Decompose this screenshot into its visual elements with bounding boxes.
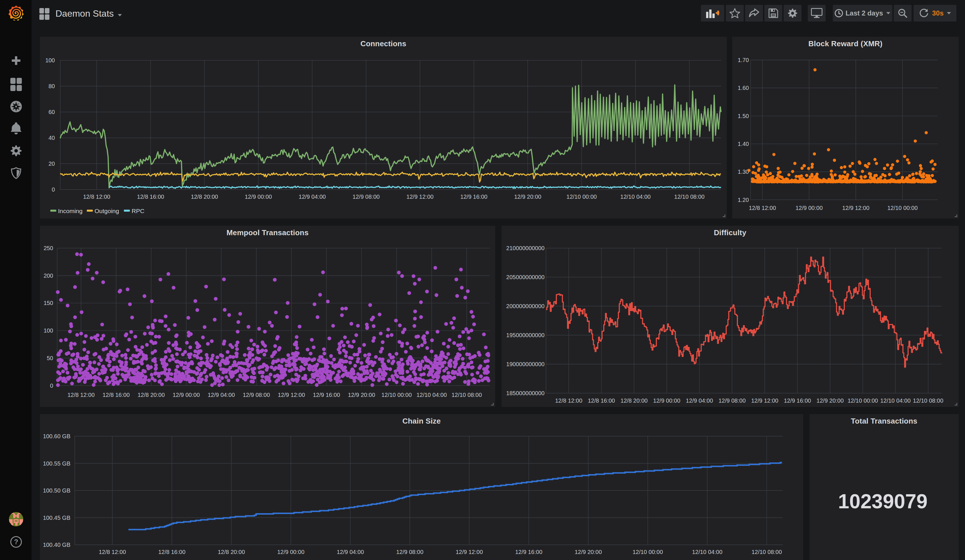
- svg-text:100.40 GB: 100.40 GB: [43, 542, 70, 548]
- svg-text:100.55 GB: 100.55 GB: [43, 460, 70, 467]
- svg-text:12/8 12:00: 12/8 12:00: [67, 392, 95, 398]
- svg-text:12/10 04:00: 12/10 04:00: [692, 549, 723, 555]
- svg-text:80: 80: [49, 83, 55, 89]
- svg-text:RPC: RPC: [132, 207, 144, 214]
- svg-text:210000000000: 210000000000: [506, 245, 545, 251]
- svg-text:12/8 16:00: 12/8 16:00: [103, 392, 130, 398]
- svg-text:150: 150: [44, 300, 53, 306]
- svg-text:12/9 20:00: 12/9 20:00: [575, 549, 602, 555]
- svg-text:12/9 12:00: 12/9 12:00: [406, 194, 433, 200]
- svg-text:12/9 04:00: 12/9 04:00: [337, 549, 364, 555]
- svg-text:12/9 12:00: 12/9 12:00: [278, 392, 305, 398]
- svg-text:12/9 00:00: 12/9 00:00: [653, 397, 680, 404]
- svg-text:12/9 12:00: 12/9 12:00: [842, 205, 870, 211]
- svg-text:12/9 20:00: 12/9 20:00: [816, 397, 844, 404]
- svg-text:1.20: 1.20: [738, 197, 749, 203]
- svg-text:12/8 16:00: 12/8 16:00: [137, 194, 164, 200]
- svg-text:12/10 08:00: 12/10 08:00: [751, 549, 782, 555]
- svg-text:Incoming: Incoming: [58, 207, 82, 214]
- svg-text:100.60 GB: 100.60 GB: [43, 433, 70, 439]
- svg-text:12/10 04:00: 12/10 04:00: [416, 392, 447, 398]
- svg-text:12/9 12:00: 12/9 12:00: [456, 549, 483, 555]
- svg-text:1.60: 1.60: [738, 85, 749, 91]
- svg-text:12/9 04:00: 12/9 04:00: [208, 392, 235, 398]
- svg-text:12/10 08:00: 12/10 08:00: [451, 392, 482, 398]
- svg-text:12/10 00:00: 12/10 00:00: [633, 549, 663, 555]
- svg-text:12/8 12:00: 12/8 12:00: [555, 397, 582, 404]
- svg-text:200: 200: [44, 273, 53, 279]
- svg-text:12/9 16:00: 12/9 16:00: [515, 549, 543, 555]
- svg-text:12/9 20:00: 12/9 20:00: [514, 194, 541, 200]
- svg-text:12/9 04:00: 12/9 04:00: [299, 194, 326, 200]
- svg-text:12/9 00:00: 12/9 00:00: [795, 205, 823, 211]
- svg-text:1.30: 1.30: [738, 168, 749, 175]
- svg-text:?: ?: [14, 538, 18, 545]
- svg-text:250: 250: [44, 245, 53, 251]
- svg-text:185000000000: 185000000000: [506, 390, 545, 396]
- svg-text:12/9 16:00: 12/9 16:00: [460, 194, 488, 200]
- svg-text:12/9 00:00: 12/9 00:00: [173, 392, 200, 398]
- svg-text:12/9 16:00: 12/9 16:00: [313, 392, 340, 398]
- svg-text:12/9 08:00: 12/9 08:00: [353, 194, 380, 200]
- svg-text:20: 20: [49, 160, 55, 167]
- svg-text:190000000000: 190000000000: [506, 361, 545, 367]
- svg-text:12/9 16:00: 12/9 16:00: [784, 397, 811, 404]
- svg-text:12/10 08:00: 12/10 08:00: [674, 194, 705, 200]
- svg-text:12/9 20:00: 12/9 20:00: [348, 392, 375, 398]
- svg-text:12/9 08:00: 12/9 08:00: [243, 392, 270, 398]
- svg-text:100.45 GB: 100.45 GB: [43, 514, 70, 521]
- svg-text:100.50 GB: 100.50 GB: [43, 487, 70, 494]
- svg-text:12/8 20:00: 12/8 20:00: [191, 194, 218, 200]
- svg-text:12/8 16:00: 12/8 16:00: [158, 549, 186, 555]
- svg-text:40: 40: [49, 135, 55, 141]
- svg-text:12/10 00:00: 12/10 00:00: [887, 205, 918, 211]
- svg-text:12/10 04:00: 12/10 04:00: [880, 397, 911, 404]
- svg-text:100: 100: [44, 327, 53, 334]
- svg-text:50: 50: [47, 355, 53, 361]
- svg-text:12/8 20:00: 12/8 20:00: [620, 397, 648, 404]
- svg-text:12/9 00:00: 12/9 00:00: [245, 194, 272, 200]
- svg-text:12/8 16:00: 12/8 16:00: [588, 397, 615, 404]
- svg-text:100: 100: [46, 57, 55, 64]
- svg-text:12/10 00:00: 12/10 00:00: [847, 397, 878, 404]
- svg-text:12/8 12:00: 12/8 12:00: [83, 194, 110, 200]
- svg-text:12/9 08:00: 12/9 08:00: [718, 397, 746, 404]
- svg-text:12/9 04:00: 12/9 04:00: [686, 397, 713, 404]
- svg-text:1.50: 1.50: [738, 113, 749, 119]
- svg-text:12/8 12:00: 12/8 12:00: [99, 549, 126, 555]
- svg-text:1.40: 1.40: [738, 141, 749, 147]
- svg-text:12/9 08:00: 12/9 08:00: [396, 549, 424, 555]
- svg-text:0: 0: [52, 186, 55, 193]
- svg-text:12/8 20:00: 12/8 20:00: [137, 392, 165, 398]
- svg-text:200000000000: 200000000000: [506, 303, 545, 309]
- svg-text:Outgoing: Outgoing: [95, 207, 119, 214]
- svg-text:0: 0: [50, 382, 53, 389]
- svg-text:12/10 08:00: 12/10 08:00: [913, 397, 944, 404]
- svg-text:12/10 04:00: 12/10 04:00: [620, 194, 651, 200]
- svg-text:1.70: 1.70: [738, 57, 749, 63]
- svg-text:12/8 20:00: 12/8 20:00: [218, 549, 245, 555]
- svg-text:12/10 00:00: 12/10 00:00: [381, 392, 412, 398]
- svg-text:205000000000: 205000000000: [506, 274, 545, 280]
- svg-text:12/9 12:00: 12/9 12:00: [751, 397, 779, 404]
- svg-text:12/8 12:00: 12/8 12:00: [749, 205, 776, 211]
- svg-text:12/9 00:00: 12/9 00:00: [277, 549, 304, 555]
- svg-text:60: 60: [49, 109, 55, 115]
- svg-text:12/10 00:00: 12/10 00:00: [566, 194, 597, 200]
- svg-text:195000000000: 195000000000: [506, 332, 545, 338]
